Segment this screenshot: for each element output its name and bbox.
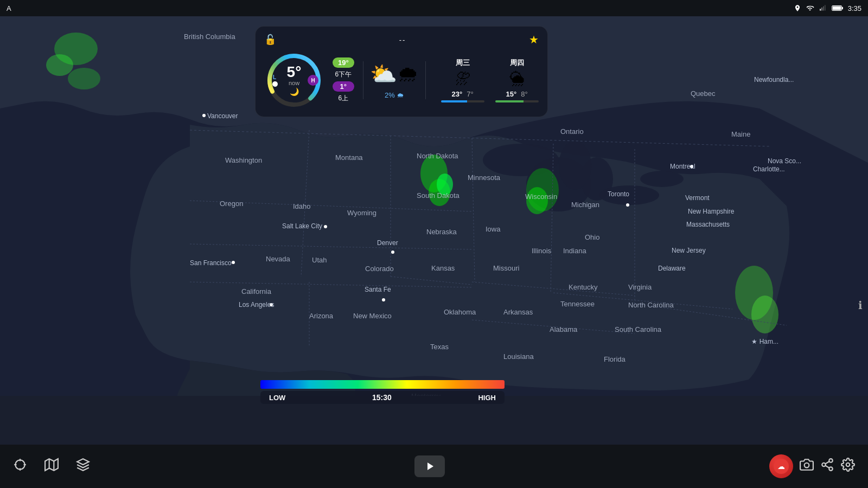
forecast-day-2: 周四 🌦 15° 8°: [495, 58, 539, 102]
svg-rect-37: [841, 7, 843, 9]
svg-point-15: [751, 296, 778, 333]
wifi-icon: [806, 4, 814, 12]
svg-point-57: [829, 459, 833, 463]
dot-toronto: [626, 203, 629, 207]
bottom-toolbar: ☁: [0, 445, 868, 488]
svg-point-4: [599, 185, 659, 205]
lock-icon: 🔓: [264, 34, 276, 46]
svg-rect-35: [825, 5, 826, 11]
timeline-bar[interactable]: LOW 15:30 HIGH: [260, 380, 505, 404]
forecast-high-1: 23°: [452, 90, 463, 98]
dot-santa-fe: [382, 298, 385, 301]
dot-salt-lake-city: [324, 225, 327, 228]
forecast-low-1: 7°: [467, 90, 473, 98]
status-bar: A 3:35: [0, 0, 868, 16]
settings-button[interactable]: [841, 458, 855, 475]
dot-san-francisco: [232, 261, 235, 264]
toolbar-right: ☁: [769, 454, 855, 478]
play-button[interactable]: [414, 455, 445, 477]
hourly-info: 19° 6下午 1° 6上: [333, 57, 354, 103]
dot-los-angeles: [270, 303, 273, 306]
forecast-temps-1: 23° 7°: [452, 90, 474, 98]
widget-top-bar: 🔓 -- ★: [264, 33, 539, 46]
svg-point-11: [526, 187, 548, 214]
camera-button[interactable]: [800, 458, 814, 475]
svg-text:L: L: [273, 74, 276, 80]
dot-vancouver: [202, 114, 206, 117]
weather-icon-svg: ☁: [773, 458, 789, 474]
svg-rect-34: [823, 7, 824, 11]
forecast-day-2-name: 周四: [510, 58, 524, 68]
forecast-days: 周三 ⛈ 23° 7° 周四 🌦 15° 8°: [435, 58, 539, 102]
status-time: 3:35: [848, 4, 861, 12]
dot-montreal: [690, 165, 693, 168]
forecast-temps-2: 15° 8°: [506, 90, 528, 98]
svg-rect-33: [821, 8, 822, 11]
weather-app-icon[interactable]: ☁: [769, 454, 793, 478]
layers-button[interactable]: [76, 458, 90, 475]
widget-center-text: --: [399, 36, 406, 44]
toolbar-center: [414, 455, 445, 477]
svg-text:H: H: [311, 78, 315, 84]
dot-denver: [391, 251, 394, 254]
temp-value: 5°: [287, 65, 302, 80]
location-star-icon: ★: [529, 33, 539, 46]
forecast-icon-2: 🌦: [509, 70, 525, 88]
svg-point-9: [437, 174, 453, 195]
hourly-time-1: 6下午: [333, 70, 354, 79]
svg-text:☁: ☁: [777, 462, 785, 471]
timeline-low-label: LOW: [269, 394, 285, 402]
timeline-high-label: HIGH: [478, 394, 496, 402]
info-icon[interactable]: ℹ: [858, 299, 863, 312]
play-icon: [423, 460, 436, 473]
status-right: 3:35: [794, 4, 861, 12]
svg-line-61: [825, 461, 829, 464]
svg-point-16: [68, 68, 100, 89]
svg-point-13: [46, 54, 73, 76]
location-icon: [794, 4, 801, 12]
status-app-label: A: [7, 4, 11, 12]
svg-rect-32: [820, 9, 821, 11]
timeline-labels: LOW 15:30 HIGH: [260, 391, 505, 404]
cloud-rain-icon: ⛅🌧: [370, 61, 419, 87]
timeline-gradient: [260, 380, 505, 389]
forecast-bar-2: [495, 100, 539, 102]
toolbar-left: [13, 458, 90, 475]
forecast-high-2: 15°: [506, 90, 517, 98]
forecast-bar-1: [441, 100, 484, 102]
crosshair-button[interactable]: [13, 458, 27, 475]
svg-line-60: [825, 466, 829, 468]
svg-marker-53: [77, 459, 89, 465]
temp-moon-icon: 🌙: [287, 87, 302, 96]
weather-widget: 🔓 -- ★: [255, 26, 548, 117]
svg-point-59: [829, 467, 833, 471]
forecast-icon-1: ⛈: [455, 70, 470, 88]
svg-point-58: [822, 463, 826, 467]
svg-point-41: [272, 81, 278, 87]
precip-info: ⛅🌧 2% 🌧: [363, 61, 426, 99]
svg-point-62: [846, 463, 850, 467]
temp-gauge: H L 5° now 🌙: [264, 50, 324, 110]
svg-point-6: [559, 141, 591, 190]
forecast-day-1: 周三 ⛈ 23° 7°: [441, 58, 484, 102]
forecast-low-2: 8°: [521, 90, 527, 98]
hourly-badge-low: 1°: [333, 81, 354, 92]
weather-main: H L 5° now 🌙 19° 6下午 1° 6上 ⛅🌧 2% 🌧: [264, 50, 539, 110]
hourly-badge-high: 19°: [333, 57, 354, 68]
share-button[interactable]: [820, 458, 834, 475]
temp-center: 5° now 🌙: [287, 65, 302, 96]
svg-point-56: [805, 463, 809, 468]
timeline-time: 15:30: [372, 393, 392, 402]
svg-rect-38: [833, 7, 841, 10]
svg-marker-50: [45, 459, 58, 471]
precip-percent: 2% 🌧: [385, 91, 404, 99]
svg-point-45: [15, 460, 24, 469]
battery-icon: [832, 4, 844, 12]
forecast-day-1-name: 周三: [456, 58, 470, 68]
map-button[interactable]: [44, 458, 59, 475]
svg-point-5: [640, 171, 684, 187]
signal-icon: [819, 4, 827, 12]
hourly-time-2: 6上: [333, 94, 354, 103]
temp-now-label: now: [287, 80, 302, 86]
status-left: A: [7, 4, 11, 12]
